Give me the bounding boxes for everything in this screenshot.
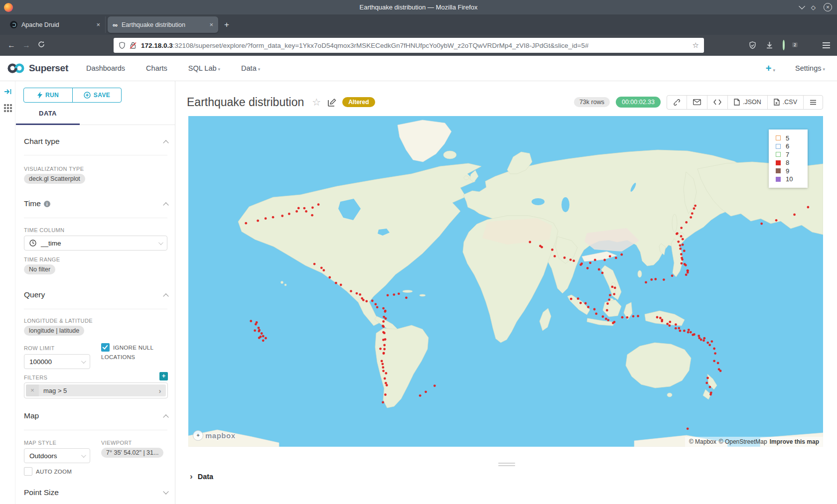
improve-map-link[interactable]: Improve this map xyxy=(770,438,819,445)
expand-chevron-icon[interactable] xyxy=(163,489,168,494)
map-attribution: © Mapbox © OpenStreetMap Improve this ma… xyxy=(685,437,823,447)
ignore-null-checkbox[interactable]: IGNORE NULL LOCATIONS xyxy=(101,343,160,362)
tab-close-icon[interactable]: × xyxy=(209,21,213,28)
export-json-button[interactable]: .JSON xyxy=(727,96,767,109)
section-query[interactable]: Query xyxy=(24,290,45,299)
tab-title: Apache Druid xyxy=(21,21,59,28)
downloads-icon[interactable] xyxy=(766,41,773,49)
copy-link-button[interactable] xyxy=(667,96,687,109)
expand-right-chevron-icon: › xyxy=(190,472,193,481)
lonlat-value[interactable]: longitude | latitude xyxy=(24,326,84,336)
tab-close-icon[interactable]: × xyxy=(96,21,100,28)
brand-name: Superset xyxy=(29,63,68,74)
left-icon-strip xyxy=(0,81,15,504)
save-button[interactable]: SAVE xyxy=(72,88,121,102)
collapse-chevron-icon[interactable] xyxy=(163,202,168,208)
legend-swatch-5 xyxy=(776,135,781,140)
checkbox-checked-icon[interactable] xyxy=(101,343,110,352)
legend-item: 10 xyxy=(776,175,808,184)
forward-button[interactable]: → xyxy=(19,41,34,50)
filter-expand-icon[interactable]: › xyxy=(154,386,166,395)
filter-value[interactable]: mag > 5 xyxy=(39,387,154,394)
filters-label: FILTERS xyxy=(24,375,47,380)
nav-dashboards[interactable]: Dashboards xyxy=(86,64,125,72)
deckgl-map[interactable]: 5 6 7 8 9 10 ✦ mapbox © Mapbox © OpenStr… xyxy=(188,116,823,447)
mapbox-icon: ✦ xyxy=(193,430,203,441)
section-time[interactable]: Timei xyxy=(24,199,50,208)
legend-item: 6 xyxy=(776,142,808,151)
export-csv-button[interactable]: .CSV xyxy=(767,96,803,109)
tab-data[interactable]: DATA xyxy=(16,104,80,124)
extension-green-icon[interactable] xyxy=(783,41,785,49)
expand-datasource-icon[interactable] xyxy=(4,88,12,95)
insecure-lock-icon[interactable] xyxy=(130,42,137,49)
url-bar[interactable]: 172.18.0.3:32108/superset/explore/?form_… xyxy=(114,38,704,53)
add-new-button[interactable]: +▾ xyxy=(766,63,775,74)
lonlat-label: LONGITUDE & LATITUDE xyxy=(24,318,93,324)
map-legend: 5 6 7 8 9 10 xyxy=(769,129,808,188)
attribution-osm-link[interactable]: © OpenStreetMap xyxy=(719,438,767,445)
ublock-badge: 2 xyxy=(792,42,798,47)
new-tab-button[interactable]: + xyxy=(224,20,229,30)
tab-title: Earthquake distribution xyxy=(122,21,185,28)
favorite-star-icon[interactable]: ☆ xyxy=(312,96,321,108)
dataset-grid-icon[interactable] xyxy=(4,104,12,112)
nav-charts[interactable]: Charts xyxy=(146,64,167,72)
viz-type-value[interactable]: deck.gl Scatterplot xyxy=(24,174,85,184)
window-maximize-icon[interactable]: ◇ xyxy=(811,4,816,10)
checkbox-empty-icon[interactable] xyxy=(24,467,32,476)
auto-zoom-checkbox[interactable]: AUTO ZOOM xyxy=(24,467,72,476)
section-chart-type[interactable]: Chart type xyxy=(24,137,60,146)
file-icon xyxy=(774,99,780,106)
legend-swatch-7 xyxy=(776,152,781,157)
more-options-button[interactable] xyxy=(803,96,823,109)
back-button[interactable]: ← xyxy=(4,41,19,50)
altered-badge[interactable]: Altered xyxy=(342,97,375,107)
menu-icon[interactable] xyxy=(823,41,830,49)
bookmark-star-icon[interactable]: ☆ xyxy=(693,41,699,50)
chart-area: Earthquake distribution ☆ Altered 73k ro… xyxy=(175,81,837,504)
email-button[interactable] xyxy=(687,96,707,109)
window-title: Earthquake distribution — Mozilla Firefo… xyxy=(0,3,837,11)
panel-drag-handle[interactable] xyxy=(498,461,515,468)
viewport-label: VIEWPORT xyxy=(101,440,132,446)
info-icon: i xyxy=(44,201,50,207)
permissions-shield-icon[interactable] xyxy=(119,42,126,49)
section-map[interactable]: Map xyxy=(24,411,39,420)
row-limit-select[interactable]: 100000 xyxy=(24,354,90,369)
window-close-icon[interactable]: × xyxy=(824,3,832,11)
embed-code-button[interactable] xyxy=(707,96,727,109)
edit-properties-icon[interactable] xyxy=(328,98,336,107)
add-filter-button[interactable]: + xyxy=(159,372,168,380)
row-count-badge: 73k rows xyxy=(574,97,610,107)
tab-earthquake-distribution[interactable]: ∞ Earthquake distribution × xyxy=(108,16,218,33)
nav-sql-lab[interactable]: SQL Lab▾ xyxy=(188,64,220,72)
plus-circle-icon xyxy=(84,92,91,99)
envelope-icon xyxy=(693,99,701,105)
filter-control[interactable]: × mag > 5 › xyxy=(24,382,168,398)
file-icon xyxy=(734,99,740,106)
reload-button[interactable] xyxy=(34,41,49,50)
settings-menu[interactable]: Settings▾ xyxy=(795,64,825,72)
attribution-mapbox-link[interactable]: © Mapbox xyxy=(689,438,716,445)
time-range-value[interactable]: No filter xyxy=(24,264,55,274)
section-point-size[interactable]: Point Size xyxy=(24,488,59,497)
collapse-chevron-icon[interactable] xyxy=(163,414,168,420)
time-column-select[interactable]: __time xyxy=(24,236,167,251)
remove-filter-icon[interactable]: × xyxy=(26,384,39,396)
collapse-chevron-icon[interactable] xyxy=(163,140,168,145)
run-button[interactable]: RUN xyxy=(24,88,72,102)
viewport-value[interactable]: 7° 35' 54.02" | 31... xyxy=(101,448,163,458)
collapse-chevron-icon[interactable] xyxy=(163,293,168,299)
map-style-select[interactable]: Outdoors xyxy=(24,448,90,463)
legend-swatch-8 xyxy=(776,160,781,165)
data-results-collapse[interactable]: › Data xyxy=(190,472,213,481)
superset-logo[interactable]: Superset xyxy=(7,63,68,74)
mapbox-logo[interactable]: ✦ mapbox xyxy=(193,430,236,441)
nav-data[interactable]: Data▾ xyxy=(241,64,260,72)
chart-title: Earthquake distribution xyxy=(187,96,304,109)
tab-apache-druid[interactable]: Apache Druid × xyxy=(5,16,106,33)
firefox-window: Earthquake distribution — Mozilla Firefo… xyxy=(0,0,837,504)
window-minimize-icon[interactable] xyxy=(799,3,805,9)
protections-shield-icon[interactable] xyxy=(749,41,756,49)
